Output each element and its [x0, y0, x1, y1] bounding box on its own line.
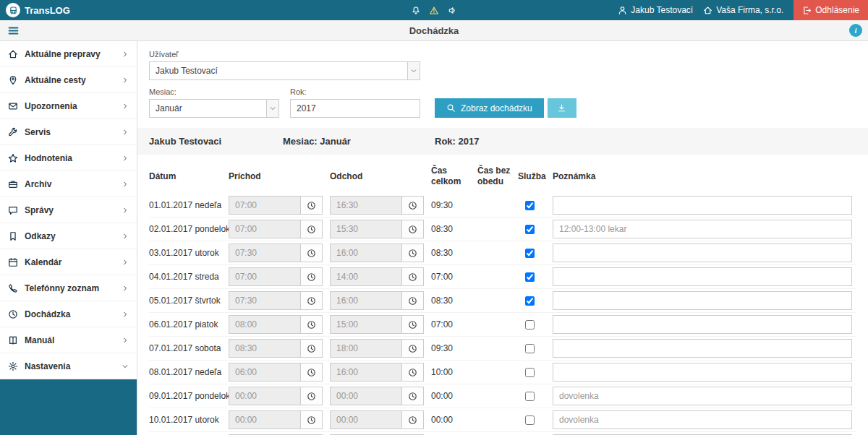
service-checkbox[interactable] [525, 225, 535, 234]
service-checkbox[interactable] [525, 392, 535, 401]
departure-clock-button[interactable] [402, 315, 424, 334]
sidebar-item-dochadzka[interactable]: Dochádzka [0, 301, 137, 327]
arrival-time-input[interactable] [229, 315, 301, 334]
note-input[interactable] [553, 267, 852, 286]
departure-time-input[interactable] [330, 220, 402, 238]
note-input[interactable] [553, 339, 852, 358]
note-cell [553, 220, 856, 238]
sidebar-item-hodnotenia[interactable]: Hodnotenia [0, 145, 137, 171]
topbar-company[interactable]: Vaša Firma, s.r.o. [703, 5, 783, 15]
service-checkbox[interactable] [525, 296, 535, 306]
download-button[interactable] [548, 98, 576, 118]
arrival-time-input[interactable] [229, 339, 301, 358]
star-icon [8, 153, 18, 163]
sidebar-item-upozornenia[interactable]: Upozornenia [0, 93, 137, 119]
chevron-right-icon [122, 51, 129, 58]
sidebar-item-odkazy[interactable]: Odkazy [0, 223, 137, 249]
departure-time-input[interactable] [330, 339, 402, 358]
arrival-time-input[interactable] [229, 196, 301, 215]
departure-time-input[interactable] [330, 315, 402, 334]
sidebar-item-label: Telefónny zoznam [25, 283, 99, 293]
arrival-time-input[interactable] [229, 291, 301, 310]
topbar-user[interactable]: Jakub Testovací [618, 5, 693, 15]
service-checkbox[interactable] [525, 344, 535, 353]
departure-time-input[interactable] [330, 196, 402, 215]
bookmark-icon [8, 231, 18, 241]
service-checkbox[interactable] [525, 272, 535, 282]
service-checkbox[interactable] [525, 249, 535, 258]
departure-time-input[interactable] [330, 244, 402, 262]
sidebar-item-archiv[interactable]: Archív [0, 171, 137, 197]
month-select[interactable]: Január [149, 99, 279, 118]
arrival-time-input[interactable] [229, 387, 301, 405]
departure-clock-button[interactable] [402, 267, 424, 286]
departure-time-input[interactable] [330, 387, 402, 405]
clock-icon [8, 309, 18, 319]
arrival-clock-button[interactable] [301, 363, 323, 382]
departure-time-input[interactable] [330, 363, 402, 382]
note-input[interactable] [553, 291, 852, 310]
departure-clock-button[interactable] [402, 387, 424, 405]
row-date: 01.01.2017 nedeľa [149, 200, 229, 210]
brand[interactable]: TransLOG [6, 3, 70, 17]
arrival-time-input[interactable] [229, 363, 301, 382]
note-input[interactable] [553, 315, 852, 334]
service-checkbox[interactable] [525, 201, 535, 210]
speaker-icon[interactable] [448, 6, 457, 15]
arrival-time-input[interactable] [229, 244, 301, 262]
hamburger-menu-button[interactable] [7, 25, 20, 37]
warning-icon[interactable] [430, 6, 439, 15]
note-input[interactable] [553, 244, 852, 262]
topbar-notifications [412, 6, 457, 15]
logout-button[interactable]: Odhlásenie [793, 0, 868, 20]
departure-time-input[interactable] [330, 410, 402, 429]
departure-time-input[interactable] [330, 291, 402, 310]
clock-icon [408, 344, 417, 353]
row-total-time: 08:30 [431, 296, 477, 306]
sidebar-item-manual[interactable]: Manuál [0, 327, 137, 353]
sidebar-item-aktualne-cesty[interactable]: Aktuálne cesty [0, 67, 137, 93]
sidebar-item-aktualne-prepravy[interactable]: Aktuálne prepravy [0, 41, 137, 67]
show-attendance-button[interactable]: Zobraz dochádzku [435, 98, 544, 118]
arrival-clock-button[interactable] [301, 291, 323, 310]
sidebar-item-kalendar[interactable]: Kalendár [0, 249, 137, 275]
user-select[interactable]: Jakub Testovací [149, 61, 420, 80]
arrival-time-input[interactable] [229, 220, 301, 238]
departure-clock-button[interactable] [402, 244, 424, 262]
arrival-clock-button[interactable] [301, 410, 323, 429]
info-button[interactable]: i [849, 24, 862, 37]
departure-clock-button[interactable] [402, 363, 424, 382]
note-input[interactable] [553, 387, 852, 405]
arrival-clock-button[interactable] [301, 315, 323, 334]
row-date: 03.01.2017 utorok [149, 248, 229, 258]
note-input[interactable] [553, 220, 852, 238]
service-checkbox[interactable] [525, 320, 535, 330]
note-input[interactable] [553, 196, 852, 215]
departure-clock-button[interactable] [402, 410, 424, 429]
departure-clock-button[interactable] [402, 339, 424, 358]
note-input[interactable] [553, 363, 852, 382]
departure-clock-button[interactable] [402, 291, 424, 310]
departure-time-input[interactable] [330, 267, 402, 286]
sidebar-item-servis[interactable]: Servis [0, 119, 137, 145]
service-checkbox[interactable] [525, 415, 535, 425]
year-input[interactable] [290, 99, 420, 118]
bell-icon[interactable] [412, 6, 421, 15]
sidebar-item-spravy[interactable]: Správy [0, 197, 137, 223]
arrival-clock-button[interactable] [301, 387, 323, 405]
arrival-clock-button[interactable] [301, 244, 323, 262]
note-input[interactable] [553, 410, 852, 429]
service-checkbox[interactable] [525, 368, 535, 377]
arrival-clock-button[interactable] [301, 267, 323, 286]
sidebar-item-telefonny-zoznam[interactable]: Telefónny zoznam [0, 275, 137, 301]
arrival-clock-button[interactable] [301, 196, 323, 215]
arrival-clock-button[interactable] [301, 220, 323, 238]
download-icon [557, 103, 566, 113]
arrival-time-input[interactable] [229, 267, 301, 286]
gear-icon [8, 361, 18, 371]
arrival-time-input[interactable] [229, 410, 301, 429]
arrival-clock-button[interactable] [301, 339, 323, 358]
departure-clock-button[interactable] [402, 196, 424, 215]
departure-clock-button[interactable] [402, 220, 424, 238]
sidebar-item-nastavenia[interactable]: Nastavenia [0, 353, 137, 379]
